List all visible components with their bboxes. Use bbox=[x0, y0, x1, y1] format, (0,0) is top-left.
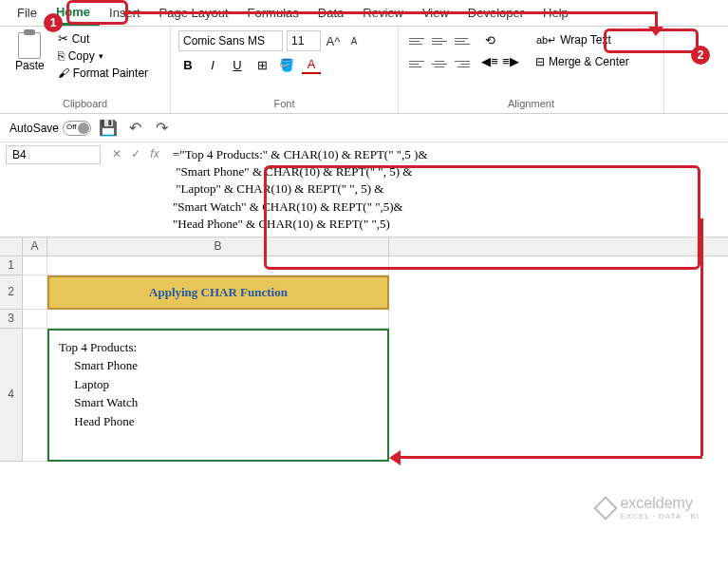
formula-input[interactable]: ="Top 4 Products:" & CHAR(10) & REPT(" "… bbox=[165, 142, 728, 237]
row-header-2[interactable]: 2 bbox=[0, 275, 22, 310]
italic-button[interactable]: I bbox=[203, 55, 222, 74]
ribbon: Paste ✂Cut ⎘Copy▾ 🖌Format Painter Clipbo… bbox=[0, 27, 728, 114]
font-label: Font bbox=[178, 96, 390, 111]
merge-center-button[interactable]: ⊟ Merge & Center bbox=[530, 53, 635, 70]
enter-formula-button[interactable]: ✓ bbox=[127, 145, 144, 162]
copy-icon: ⎘ bbox=[58, 49, 65, 63]
wrap-text-icon: ab↵ bbox=[536, 34, 556, 47]
copy-button[interactable]: ⎘Copy▾ bbox=[56, 48, 150, 64]
font-size-select[interactable] bbox=[287, 30, 321, 51]
autosave-toggle[interactable]: AutoSave Off bbox=[9, 121, 91, 136]
align-top-button[interactable] bbox=[406, 30, 427, 51]
cell-a3[interactable] bbox=[23, 310, 47, 329]
cell-a4[interactable] bbox=[23, 329, 47, 462]
badge-2: 2 bbox=[691, 46, 710, 65]
badge-1: 1 bbox=[44, 13, 63, 32]
row-header-4[interactable]: 4 bbox=[0, 329, 22, 462]
scissors-icon: ✂ bbox=[58, 31, 68, 46]
tab-file[interactable]: File bbox=[8, 2, 47, 24]
col-header-b[interactable]: B bbox=[47, 237, 389, 256]
paste-icon bbox=[18, 32, 41, 59]
select-all-corner[interactable] bbox=[0, 237, 23, 256]
align-left-button[interactable] bbox=[406, 53, 427, 74]
clipboard-label: Clipboard bbox=[8, 96, 162, 111]
paste-label: Paste bbox=[15, 59, 45, 72]
cell-b2[interactable]: Applying CHAR Function bbox=[47, 275, 389, 310]
watermark: exceldemy EXCEL · DATA · BI bbox=[595, 495, 700, 521]
col-header-a[interactable]: A bbox=[23, 237, 47, 256]
cell-b3[interactable] bbox=[47, 310, 389, 329]
cell-a2[interactable] bbox=[23, 275, 47, 310]
wrap-text-button[interactable]: ab↵ Wrap Text bbox=[530, 30, 635, 49]
brush-icon: 🖌 bbox=[58, 66, 69, 80]
group-font: A^ A B I U ⊞ 🪣 A Font bbox=[171, 27, 399, 113]
increase-indent-button[interactable]: ≡▶ bbox=[501, 51, 520, 70]
arrow-1-h bbox=[123, 11, 655, 14]
increase-font-button[interactable]: A^ bbox=[325, 30, 342, 51]
font-color-button[interactable]: A bbox=[302, 55, 321, 74]
group-clipboard: Paste ✂Cut ⎘Copy▾ 🖌Format Painter Clipbo… bbox=[0, 27, 171, 113]
group-alignment: ⟲ ◀≡ ≡▶ ab↵ Wrap Text ⊟ Merge & Center A… bbox=[399, 27, 664, 113]
worksheet: A B 1 2 3 4 Applying CHAR Function Top 4… bbox=[0, 237, 728, 462]
align-bottom-button[interactable] bbox=[452, 30, 473, 51]
underline-button[interactable]: U bbox=[228, 55, 247, 74]
arrow-2-h bbox=[399, 456, 702, 459]
fx-button[interactable]: fx bbox=[146, 145, 163, 162]
fill-color-button[interactable]: 🪣 bbox=[277, 55, 296, 74]
row-header-1[interactable]: 1 bbox=[0, 256, 22, 275]
save-button[interactable]: 💾 bbox=[99, 119, 118, 138]
arrow-2-head bbox=[389, 450, 401, 465]
format-painter-button[interactable]: 🖌Format Painter bbox=[56, 66, 150, 81]
paste-button[interactable]: Paste bbox=[8, 30, 52, 96]
arrow-1-head bbox=[648, 27, 663, 36]
toggle-icon: Off bbox=[63, 121, 91, 136]
quick-access-toolbar: AutoSave Off 💾 ↶ ↷ bbox=[0, 114, 728, 142]
border-button[interactable]: ⊞ bbox=[252, 55, 271, 74]
align-center-button[interactable] bbox=[429, 53, 450, 74]
orientation-button[interactable]: ⟲ bbox=[480, 30, 499, 49]
bold-button[interactable]: B bbox=[178, 55, 197, 74]
formula-bar: ✕ ✓ fx ="Top 4 Products:" & CHAR(10) & R… bbox=[0, 142, 728, 237]
decrease-indent-button[interactable]: ◀≡ bbox=[480, 51, 499, 70]
merge-icon: ⊟ bbox=[535, 55, 545, 68]
cell-a1[interactable] bbox=[23, 256, 47, 275]
cut-button[interactable]: ✂Cut bbox=[56, 30, 150, 47]
align-middle-button[interactable] bbox=[429, 30, 450, 51]
alignment-label: Alignment bbox=[406, 96, 656, 111]
cancel-formula-button[interactable]: ✕ bbox=[108, 145, 125, 162]
watermark-icon bbox=[595, 500, 614, 517]
arrow-2-v bbox=[700, 218, 703, 456]
name-box[interactable] bbox=[6, 145, 101, 164]
cell-b4[interactable]: Top 4 Products: Smart Phone Laptop Smart… bbox=[47, 329, 389, 462]
row-header-3[interactable]: 3 bbox=[0, 310, 22, 329]
redo-button[interactable]: ↷ bbox=[152, 119, 171, 138]
font-name-select[interactable] bbox=[178, 30, 283, 51]
decrease-font-button[interactable]: A bbox=[345, 30, 363, 51]
undo-button[interactable]: ↶ bbox=[125, 119, 144, 138]
cell-b1[interactable] bbox=[47, 256, 389, 275]
align-right-button[interactable] bbox=[452, 53, 473, 74]
